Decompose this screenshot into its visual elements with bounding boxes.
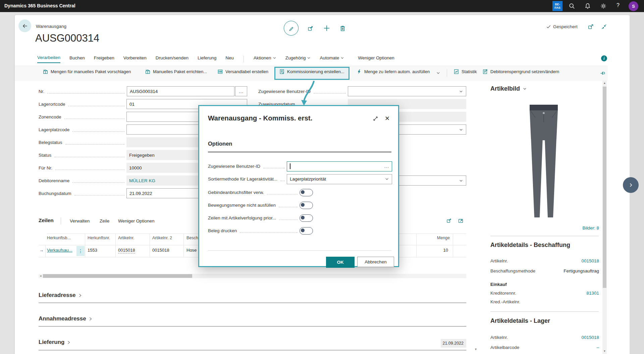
lines-menu-weniger-optionen[interactable]: Weniger Optionen [118,218,155,223]
search-icon[interactable] [569,3,575,9]
col-menge[interactable]: Menge [416,236,450,240]
callout-arrow [295,81,322,106]
tab-neu[interactable]: Neu [225,55,234,63]
lines-menu-zeile[interactable]: Zeile [100,218,109,223]
scroll-up-arrow[interactable]: ▲ [602,82,607,85]
field-label: Buchungsdatum [39,191,71,196]
toolbar-split-chevron-icon[interactable] [436,71,440,75]
share-icon[interactable] [307,25,314,32]
new-plus-icon[interactable] [323,24,330,32]
settings-gear-icon[interactable] [600,3,607,9]
sortiermethode-select[interactable]: Lagerplatzpriorität [287,174,392,184]
environment-tile[interactable]: BE- FAS [552,1,562,11]
lines-menu-verwalten[interactable]: Verwalten [70,218,90,223]
tab-vorbereiten[interactable]: Vorbereiten [123,55,147,63]
toolbar-kommissionierung-erstellen[interactable]: Kommissionierung erstellen... [279,69,344,74]
toolbar-debitorensperrgrund[interactable]: Debitorensperrgrund setzen/ändern [482,69,559,74]
col-artikelnr[interactable]: Artikelnr. [118,236,135,240]
cell-artikelnr-drilldown[interactable]: 0015018 [118,248,135,253]
assist-ellipsis[interactable]: ... [384,164,389,169]
breadcrumb[interactable]: Warenausgang [36,24,66,29]
nr-input[interactable]: AUSG000314 [127,86,234,96]
row-context-menu-icon[interactable]: ⋮ [76,246,85,256]
toolbar-versandlabel-erstellen[interactable]: Versandlabel erstellen [217,69,268,74]
cell-beschreibung[interactable]: Hose [186,248,197,253]
toggle-switch[interactable] [300,189,313,196]
cell-artikelnr-2[interactable]: 0015018 [152,248,169,253]
field-label: Zonencode [39,114,61,119]
col-herkunftsnr[interactable]: Herkunftsnr. [88,236,110,240]
collapse-icon[interactable] [601,23,607,30]
chevron-down-icon [459,179,463,183]
tab-automate[interactable]: Automate [320,55,344,63]
dialog-benutzer-id-input[interactable]: ... [287,161,392,171]
lines-share-icon[interactable] [446,217,452,224]
tab-verarbeiten[interactable]: Verarbeiten [37,55,60,63]
chevron-down-icon [385,177,389,181]
notifications-bell-icon[interactable] [584,3,591,9]
lines-horizontal-scrollbar[interactable]: ◄ [39,274,466,278]
cell-menge[interactable]: 10 [416,248,448,253]
dialog-close-icon[interactable]: ✕ [385,115,390,122]
tab-buchen[interactable]: Buchen [69,55,85,63]
toolbar-divider [447,69,447,77]
tab-aktionen[interactable]: Aktionen [254,55,276,63]
menu-divider [244,56,244,62]
toolbar-menge-autom-ausfuellen[interactable]: Menge zu liefern autom. ausfüllen [356,69,430,74]
info-icon[interactable]: i [601,55,607,61]
section-annahmeadresse[interactable]: Annahmeadresse [39,315,92,322]
ok-button[interactable]: OK [326,257,355,268]
toolbar-button-label: Kommissionierung erstellen... [287,69,344,74]
field-label: Nr. [39,89,44,94]
toggle-switch[interactable] [300,214,313,222]
field-label: Debitorenname [39,178,69,183]
herkunftsbeleg-link: Verkaufsau... [47,248,72,253]
artikelnr-link[interactable]: 0015018 [581,258,599,263]
pin-icon[interactable] [600,70,605,76]
edit-pencil-icon[interactable] [284,21,299,36]
tab-drucken-senden[interactable]: Drucken/senden [156,55,189,63]
scroll-down-arrow[interactable]: ▼ [602,350,607,353]
fact-row: Kreditorennr. 81301 [490,291,599,296]
delete-trash-icon[interactable] [339,25,346,32]
chevron-down-icon [340,56,344,60]
back-button[interactable] [18,19,31,32]
open-in-window-icon[interactable] [588,23,594,30]
dialog-expand-icon[interactable] [373,116,378,121]
toolbar-manuelles-paket-errichten[interactable]: Manuelles Paket errichten... [145,69,207,74]
toolbar-mengen-paket-vorschlagen[interactable]: Mengen für manuelles Paket vorschlagen [43,69,131,74]
cancel-button[interactable]: Abbrechen [357,257,394,267]
scrollbar-thumb[interactable] [43,274,192,278]
toggle-switch[interactable] [300,227,313,235]
section-lieferung[interactable]: Lieferung [39,339,70,346]
scroll-left-arrow[interactable]: ◄ [39,274,42,277]
benutzer-id-select[interactable] [348,86,466,96]
open-table-icon[interactable] [458,218,464,224]
tab-weniger-optionen[interactable]: Weniger Optionen [358,55,394,63]
artikelbarcode-value[interactable]: – [596,345,599,350]
tab-lieferung[interactable]: Lieferung [198,55,216,63]
tab-freigeben[interactable]: Freigeben [94,55,114,63]
fact-row: Kred.-Artikelnr. [490,299,599,304]
barcode-icon [217,69,223,74]
toolbar-statistik[interactable]: Statistik [453,69,477,74]
factbox-scrollbar-thumb[interactable] [603,87,606,288]
toggle-switch[interactable] [300,202,313,209]
expand-pane-button[interactable] [623,177,639,193]
nr-assist-ellipsis[interactable]: ... [235,86,247,96]
main-scroll-down-arrow[interactable]: ▼ [474,348,477,351]
col-herkunftsbeleg[interactable]: Herkunftsb... [47,236,71,240]
artikelnr-link[interactable]: 0015018 [581,335,599,340]
cell-herkunftsbeleg[interactable]: Verkaufsau... [47,248,72,253]
app-title: Dynamics 365 Business Central [4,3,75,8]
avatar[interactable]: S [629,1,638,11]
cell-herkunftsnr[interactable]: 1553 [88,248,97,253]
section-lieferadresse[interactable]: Lieferadresse [39,292,82,299]
lieferung-date: 21.09.2022 [441,339,466,348]
bilder-link[interactable]: Bilder: 8 [557,225,599,231]
factbox-artikelbild-heading[interactable]: Artikelbild [490,85,527,92]
tab-zugehoerig[interactable]: Zugehörig [285,55,311,63]
kreditorennr-link[interactable]: 81301 [586,291,599,296]
col-artikelnr-2[interactable]: Artikelnr. 2 [152,236,172,240]
help-icon[interactable]: ? [616,2,623,9]
